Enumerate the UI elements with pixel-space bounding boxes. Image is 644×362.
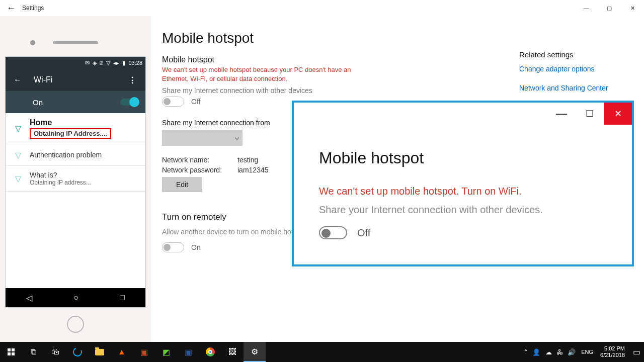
photos-icon[interactable]: 🖼 [221, 342, 244, 362]
edit-button[interactable]: Edit [162, 177, 202, 192]
popup-minimize-button[interactable]: — [547, 103, 576, 125]
store-icon[interactable]: 🛍 [44, 342, 66, 362]
wifi-status: Authentication problem [30, 151, 102, 159]
chrome-icon[interactable] [199, 342, 221, 362]
popup-toggle-state: Off [357, 227, 370, 239]
camtasia-icon[interactable]: ◩ [155, 342, 177, 362]
share-toggle-state: Off [191, 98, 200, 106]
popup-maximize-button[interactable]: ☐ [576, 103, 604, 125]
settings-icon[interactable]: ⚙ [244, 342, 266, 362]
wifi-status: Obtaining IP address... [30, 179, 91, 186]
tray-volume-icon[interactable]: 🔊 [568, 348, 576, 356]
edge-icon[interactable] [66, 342, 89, 362]
tray-up-icon[interactable]: ˄ [524, 348, 528, 356]
minimize-button[interactable]: — [575, 0, 598, 16]
share-toggle[interactable] [162, 97, 184, 107]
vol-icon: ◂▸ [113, 60, 119, 66]
wifi-name: Home [30, 118, 111, 127]
page-title: Mobile hotspot [162, 30, 634, 46]
system-tray[interactable]: ˄ 👤 ☁ 🖧 🔊 [523, 348, 577, 356]
popup-toggle-row: Off [319, 226, 370, 239]
nav-recent-icon[interactable]: □ [120, 293, 125, 302]
bt-icon: ⎚ [100, 60, 103, 66]
phone-camera [30, 40, 35, 45]
phone-nav-bar: ◁ ○ □ [6, 288, 145, 307]
window-controls: — ▢ ✕ [575, 0, 644, 16]
wifi-signal-icon: ▽ [106, 60, 110, 66]
phone-wifi-title: Wi-Fi [34, 75, 52, 84]
phone-home-button[interactable] [67, 316, 84, 333]
tray-network-icon[interactable]: 🖧 [556, 348, 563, 356]
battery-icon: ▮ [122, 60, 125, 66]
start-button[interactable] [0, 342, 22, 362]
network-name-label: Network name: [162, 156, 227, 164]
share-from-combo[interactable] [162, 130, 243, 146]
maximize-button[interactable]: ▢ [598, 0, 621, 16]
wifi-item-home[interactable]: ▽ Home Obtaining IP Address.... [6, 113, 145, 144]
phone-more-icon[interactable]: ⋮ [128, 75, 137, 85]
taskbar-clock[interactable]: 5:02 PM 6/21/2018 [597, 345, 628, 358]
powerpoint-icon[interactable]: ▣ [133, 342, 155, 362]
wifi-icon: ▽ [13, 149, 24, 160]
phone-wifi-header: ← Wi-Fi ⋮ [6, 69, 145, 91]
taskbar-left: ⧉ 🛍 ▲ ▣ ◩ ▣ 🖼 ⚙ [0, 342, 266, 362]
remote-toggle-state: On [191, 243, 201, 251]
remote-toggle[interactable] [162, 242, 184, 252]
popup-share-label: Share your Internet connection with othe… [319, 204, 543, 216]
wifi-status-highlight: Obtaining IP Address.... [30, 128, 111, 139]
sync-icon: ◈ [93, 60, 97, 66]
tray-onedrive-icon[interactable]: ☁ [545, 348, 552, 356]
window-title: Settings [22, 5, 44, 12]
tray-people-icon[interactable]: 👤 [532, 348, 540, 356]
popup-title: Mobile hotspot [319, 149, 424, 167]
network-name-value: testing [237, 156, 258, 164]
link-change-adapter[interactable]: Change adapter options [519, 65, 608, 73]
phone-clock: 03:28 [128, 60, 142, 66]
network-password-value: iam12345 [237, 166, 269, 174]
wifi-item-auth[interactable]: ▽ Authentication problem [6, 144, 145, 166]
phone-mock: ✉ ◈ ⎚ ▽ ◂▸ ▮ 03:28 ← Wi-Fi ⋮ On ▽ [0, 16, 151, 342]
related-heading: Related settings [519, 50, 608, 59]
phone-wifi-toggle[interactable] [120, 99, 137, 106]
taskview-button[interactable]: ⧉ [22, 342, 44, 362]
edit-button-label: Edit [176, 180, 188, 189]
popup-toggle[interactable] [319, 226, 347, 239]
popup-controls: — ☐ ✕ [547, 103, 632, 125]
phone-speaker [53, 41, 98, 44]
notifications-icon[interactable]: ▭ [632, 342, 641, 362]
hotspot-warning: We can't set up mobile hotspot because y… [162, 65, 368, 83]
close-button[interactable]: ✕ [621, 0, 644, 16]
chevron-down-icon [235, 136, 239, 140]
wifi-icon: ▽ [13, 173, 24, 184]
clock-date: 6/21/2018 [600, 352, 625, 358]
nav-home-icon[interactable]: ○ [73, 293, 78, 302]
related-settings: Related settings Change adapter options … [519, 50, 608, 103]
network-password-label: Network password: [162, 166, 227, 174]
mail-icon: ✉ [85, 60, 90, 66]
wifi-name: What is? [30, 171, 91, 179]
phone-wifi-list: ▽ Home Obtaining IP Address.... ▽ Authen… [6, 113, 145, 192]
back-button[interactable]: ← [0, 0, 22, 16]
phone-screen: ✉ ◈ ⎚ ▽ ◂▸ ▮ 03:28 ← Wi-Fi ⋮ On ▽ [5, 56, 146, 308]
popup-warning: We can't set up mobile hotspot. Turn on … [319, 186, 522, 197]
popup-close-button[interactable]: ✕ [604, 103, 632, 125]
phone-statusbar: ✉ ◈ ⎚ ▽ ◂▸ ▮ 03:28 [6, 57, 145, 69]
clock-time: 5:02 PM [600, 345, 625, 352]
tray-language[interactable]: ENG [581, 349, 593, 355]
phone-wifi-toggle-row[interactable]: On [6, 91, 145, 113]
word-icon[interactable]: ▣ [177, 342, 199, 362]
vlc-icon[interactable]: ▲ [111, 342, 133, 362]
nav-back-icon[interactable]: ◁ [26, 293, 32, 303]
popup-mobile-hotspot: — ☐ ✕ Mobile hotspot We can't set up mob… [292, 101, 634, 266]
wifi-item-whatis[interactable]: ▽ What is? Obtaining IP address... [6, 166, 145, 192]
taskbar: ⧉ 🛍 ▲ ▣ ◩ ▣ 🖼 ⚙ ˄ 👤 ☁ 🖧 🔊 ENG 5:02 PM 6/… [0, 342, 644, 362]
window-titlebar: ← Settings — ▢ ✕ [0, 0, 644, 16]
explorer-icon[interactable] [89, 342, 111, 362]
phone-back-icon[interactable]: ← [14, 75, 22, 84]
phone-wifi-state: On [33, 98, 43, 107]
taskbar-right: ˄ 👤 ☁ 🖧 🔊 ENG 5:02 PM 6/21/2018 ▭ [523, 342, 644, 362]
wifi-icon: ▽ [13, 123, 24, 134]
link-network-sharing[interactable]: Network and Sharing Center [519, 84, 608, 92]
